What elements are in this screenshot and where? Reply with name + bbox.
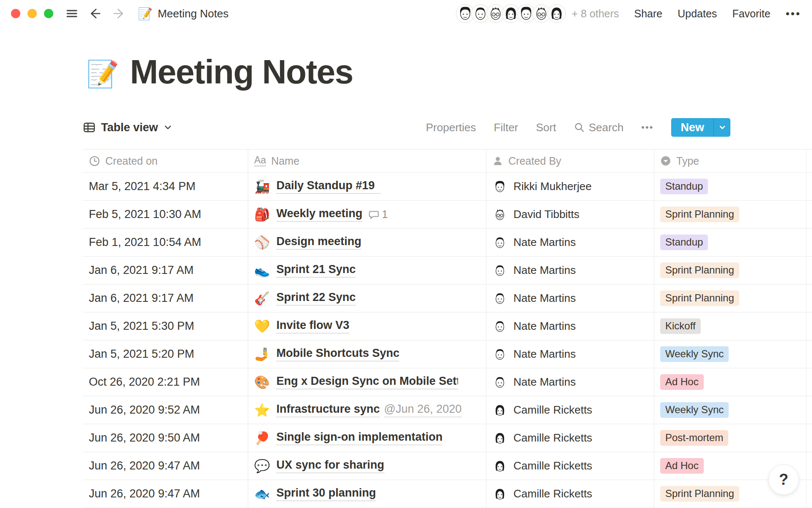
name-cell[interactable]: 💬 UX sync for sharing [248, 452, 486, 480]
column-header-type[interactable]: Type [654, 149, 807, 172]
type-cell[interactable]: Ad Hoc [654, 368, 807, 396]
created-on-cell[interactable]: Jun 26, 2020 9:50 AM [83, 424, 248, 452]
column-header-name[interactable]: Aa Name [248, 149, 486, 172]
page-emoji-icon: 🤳 [254, 347, 270, 362]
comment-count[interactable]: 1 [368, 208, 388, 221]
created-by-cell[interactable]: Nate Martins [486, 257, 654, 284]
breadcrumb[interactable]: 📝 Meeting Notes [138, 7, 229, 21]
sidebar-menu-icon[interactable] [65, 7, 79, 20]
share-button[interactable]: Share [634, 8, 663, 20]
name-cell[interactable]: 🤳 Mobile Shortcuts Sync [248, 340, 486, 368]
page-link[interactable]: Sprint 22 Sync [276, 291, 356, 306]
forward-arrow-icon[interactable] [112, 6, 126, 21]
date-mention[interactable]: @Jun 26, 2020 [384, 403, 462, 417]
type-cell[interactable]: Sprint Planning [654, 257, 807, 284]
name-cell[interactable]: 🎸 Sprint 22 Sync [248, 284, 486, 312]
created-by-cell[interactable]: Camille Ricketts [486, 480, 654, 508]
page-link[interactable]: Design meeting [276, 235, 361, 250]
close-window-button[interactable] [11, 9, 20, 18]
created-on-cell[interactable]: Jan 6, 2021 9:17 AM [83, 257, 248, 284]
created-by-cell[interactable]: Nate Martins [486, 312, 654, 340]
search-button[interactable]: Search [574, 121, 623, 134]
page-link[interactable]: Infrastructure sync [276, 403, 380, 417]
favorite-button[interactable]: Favorite [732, 8, 770, 20]
created-by-cell[interactable]: Camille Ricketts [486, 396, 654, 424]
column-header-created-on[interactable]: Created on [83, 149, 248, 172]
created-by-cell[interactable]: Nate Martins [486, 284, 654, 312]
created-on-cell[interactable]: Oct 26, 2020 2:21 PM [83, 368, 248, 396]
creator-name: Camille Ricketts [513, 431, 592, 444]
created-on-cell[interactable]: Jan 5, 2021 5:30 PM [83, 312, 248, 340]
collaborator-avatar[interactable] [547, 4, 566, 23]
page-link[interactable]: Sprint 30 planning [276, 486, 376, 501]
name-cell[interactable]: ⭐ Infrastructure sync @Jun 26, 2020 [248, 396, 486, 424]
created-on-cell[interactable]: Feb 1, 2021 10:54 AM [83, 229, 248, 256]
created-on-value: Feb 5, 2021 10:30 AM [89, 208, 201, 221]
page-link[interactable]: Sprint 21 Sync [276, 263, 356, 278]
type-cell[interactable]: Weekly Sync [654, 396, 807, 424]
type-cell[interactable]: Standup [654, 229, 807, 256]
created-by-cell[interactable]: Camille Ricketts [486, 424, 654, 452]
type-cell[interactable]: Post-mortem [654, 424, 807, 452]
sort-button[interactable]: Sort [536, 121, 556, 134]
page-link[interactable]: Eng x Design Sync on Mobile Settings [276, 375, 458, 389]
column-header-label: Type [676, 155, 699, 167]
page-link[interactable]: Single sign-on implementation [276, 431, 442, 445]
created-on-cell[interactable]: Jan 6, 2021 9:17 AM [83, 284, 248, 312]
properties-button[interactable]: Properties [426, 121, 476, 134]
page-title-text[interactable]: Meeting Notes [130, 53, 353, 91]
type-cell[interactable]: Standup [654, 173, 807, 200]
created-on-cell[interactable]: Jun 26, 2020 9:47 AM [83, 480, 248, 508]
name-cell[interactable]: ⚾ Design meeting [248, 229, 486, 256]
table-view-switcher[interactable]: Table view [83, 121, 172, 134]
back-arrow-icon[interactable] [88, 6, 102, 21]
table-row: Feb 1, 2021 10:54 AM ⚾ Design meeting Na… [83, 229, 812, 257]
zoom-window-button[interactable] [44, 9, 53, 18]
name-cell[interactable]: 🎨 Eng x Design Sync on Mobile Settings [248, 368, 486, 396]
search-label: Search [589, 121, 623, 134]
more-options-icon[interactable]: ••• [786, 7, 801, 20]
created-by-cell[interactable]: Nate Martins [486, 368, 654, 396]
column-header-created-by[interactable]: Created By [486, 149, 654, 172]
name-cell[interactable]: 🐟 Sprint 30 planning [248, 480, 486, 508]
type-cell[interactable]: Weekly Sync [654, 340, 807, 368]
page-link[interactable]: Invite flow V3 [276, 319, 349, 334]
type-badge: Ad Hoc [660, 458, 704, 474]
created-by-cell[interactable]: Camille Ricketts [486, 452, 654, 480]
created-by-cell[interactable]: Nate Martins [486, 340, 654, 368]
created-on-cell[interactable]: Jun 26, 2020 9:47 AM [83, 452, 248, 480]
name-cell[interactable]: 🚂 Daily Standup #19 [248, 173, 486, 200]
page-emoji-icon: 💬 [254, 458, 270, 473]
new-button[interactable]: New [671, 118, 713, 137]
name-cell[interactable]: 💛 Invite flow V3 [248, 312, 486, 340]
collaborator-avatars[interactable] [456, 4, 566, 23]
type-cell[interactable]: Sprint Planning [654, 201, 807, 228]
page-title-emoji-icon[interactable]: 📝 [86, 61, 119, 91]
others-count[interactable]: + 8 others [572, 8, 619, 20]
filter-button[interactable]: Filter [494, 121, 518, 134]
page-emoji-icon: ⭐ [254, 403, 270, 417]
column-header-label: Name [271, 155, 299, 167]
name-cell[interactable]: 🏓 Single sign-on implementation [248, 424, 486, 452]
page-link[interactable]: UX sync for sharing [276, 458, 384, 473]
page-link[interactable]: Mobile Shortcuts Sync [276, 347, 399, 362]
minimize-window-button[interactable] [27, 9, 37, 18]
created-on-cell[interactable]: Mar 5, 2021 4:34 PM [83, 173, 248, 200]
type-cell[interactable]: Kickoff [654, 312, 807, 340]
name-cell[interactable]: 🎒 Weekly meeting 1 [248, 201, 486, 228]
page-link[interactable]: Weekly meeting [276, 207, 362, 222]
created-on-cell[interactable]: Jun 26, 2020 9:52 AM [83, 396, 248, 424]
updates-button[interactable]: Updates [678, 8, 717, 20]
type-badge: Weekly Sync [660, 346, 729, 362]
view-more-options-icon[interactable]: ••• [641, 122, 653, 133]
created-by-cell[interactable]: Rikki Mukherjee [486, 173, 654, 200]
created-on-cell[interactable]: Jan 5, 2021 5:20 PM [83, 340, 248, 368]
page-link[interactable]: Daily Standup #19 [276, 179, 381, 194]
new-dropdown-button[interactable] [713, 118, 730, 137]
type-cell[interactable]: Sprint Planning [654, 284, 807, 312]
help-button[interactable]: ? [768, 464, 799, 495]
created-by-cell[interactable]: Nate Martins [486, 229, 654, 256]
created-by-cell[interactable]: David Tibbitts [486, 201, 654, 228]
name-cell[interactable]: 👟 Sprint 21 Sync [248, 257, 486, 284]
created-on-cell[interactable]: Feb 5, 2021 10:30 AM [83, 201, 248, 228]
